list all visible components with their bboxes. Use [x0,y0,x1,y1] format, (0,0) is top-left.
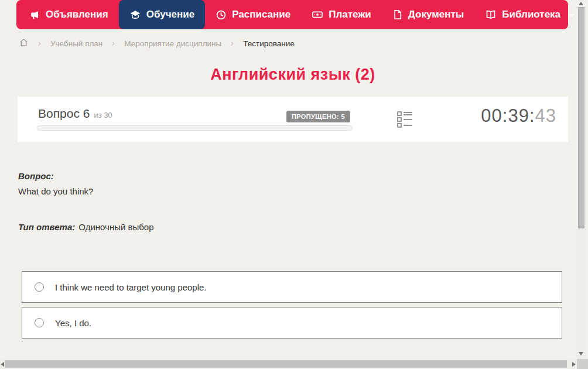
skipped-badge: ПРОПУЩЕНО: 5 [286,111,350,122]
scrollbar-corner [577,359,588,369]
nav-item-announcements[interactable]: Объявления [19,0,119,29]
main-navbar: Объявления Обучение Расписание Платежи Д… [16,0,568,29]
graduation-cap-icon [129,9,141,20]
clock-icon [216,9,227,20]
scroll-right-arrow[interactable] [572,362,576,367]
nav-item-label: Библиотека [502,9,560,20]
question-list-icon[interactable] [397,111,413,131]
cash-icon [312,9,323,20]
question-progress-bar [37,125,353,131]
nav-item-documents[interactable]: Документы [382,0,475,29]
book-icon [485,9,497,20]
question-heading: Вопрос: [18,171,54,181]
chevron-down-icon [568,11,576,19]
nav-item-label: Платежи [329,9,371,20]
document-icon [392,9,403,20]
nav-item-schedule[interactable]: Расписание [205,0,301,29]
quiz-header-panel: Вопрос 6 из 30 ПРОПУЩЕНО: 5 00:39:43 [18,97,568,142]
breadcrumb: Учебный план Мероприятие дисциплины Тест… [19,37,295,49]
answer-type-value: Одиночный выбор [78,222,153,232]
megaphone-icon [29,9,40,20]
radio-button[interactable] [35,318,44,327]
chevron-right-icon [229,40,235,47]
scroll-left-arrow[interactable] [1,362,4,367]
breadcrumb-testing: Тестирование [243,39,295,48]
radio-button[interactable] [35,282,44,292]
breadcrumb-curriculum[interactable]: Учебный план [50,39,102,48]
test-page: Объявления Обучение Расписание Платежи Д… [0,0,588,369]
horizontal-scrollbar-thumb[interactable] [5,360,567,368]
answer-type: Тип ответа:Одиночный выбор [18,222,154,232]
chevron-right-icon [36,40,43,47]
timer: 00:39:43 [481,105,556,127]
question-total: из 30 [94,111,112,119]
page-title: Английский язык (2) [0,66,586,84]
nav-item-label: Объявления [46,9,108,20]
answer-option-label: I think we need to target young people. [55,282,207,292]
answer-option-label: Yes, I do. [55,318,91,328]
nav-item-label: Обучение [146,9,194,20]
breadcrumb-discipline-event[interactable]: Мероприятие дисциплины [124,39,221,48]
nav-item-label: Расписание [232,9,290,20]
timer-hhmm: 00:39: [481,105,535,126]
answer-option-1[interactable]: I think we need to target young people. [22,271,562,303]
nav-item-library[interactable]: Библиотека [474,0,586,29]
nav-item-payments[interactable]: Платежи [301,0,382,29]
question-text: What do you think? [18,186,93,196]
answer-type-label: Тип ответа: [18,222,75,232]
timer-seconds: 43 [535,105,556,126]
vertical-scrollbar-thumb[interactable] [578,7,584,228]
answer-option-2[interactable]: Yes, I do. [22,307,562,339]
nav-item-label: Документы [408,9,464,20]
scroll-down-arrow[interactable] [579,352,583,356]
home-icon[interactable] [19,37,29,49]
chevron-right-icon [110,40,117,47]
scroll-up-arrow[interactable] [579,2,583,5]
nav-item-learning[interactable]: Обучение [119,0,205,29]
question-number: Вопрос 6 [38,107,90,121]
